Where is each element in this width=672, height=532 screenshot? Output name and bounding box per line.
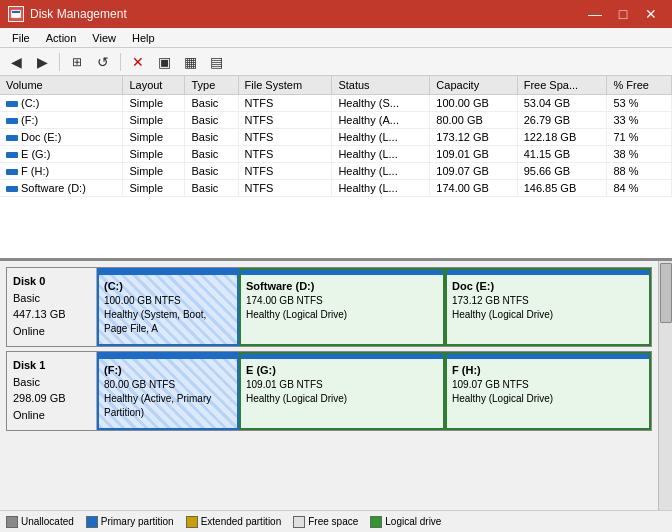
cell-volume: F (H:) [0,163,123,180]
partition-0-0[interactable]: (C:) 100.00 GB NTFS Healthy (System, Boo… [97,268,239,346]
partition-1-0[interactable]: (F:) 80.00 GB NTFS Healthy (Active, Prim… [97,352,239,430]
partition-size: 100.00 GB NTFS [104,294,232,308]
table-row[interactable]: (F:) Simple Basic NTFS Healthy (A... 80.… [0,112,672,129]
cell-fs: NTFS [238,112,332,129]
table-row[interactable]: F (H:) Simple Basic NTFS Healthy (L... 1… [0,163,672,180]
cell-fs: NTFS [238,146,332,163]
partition-desc: Healthy (System, Boot, Page File, A [104,308,232,336]
disk-status: Online [13,323,90,340]
legend-item-extended: Extended partition [186,516,282,528]
col-pct[interactable]: % Free [607,76,672,95]
toolbar-delete[interactable]: ✕ [126,51,150,73]
partition-label: Doc (E:) [452,279,644,294]
menu-view[interactable]: View [84,30,124,46]
legend-swatch [370,516,382,528]
cell-type: Basic [185,163,238,180]
partition-0-1[interactable]: Software (D:) 174.00 GB NTFS Healthy (Lo… [239,268,445,346]
menu-file[interactable]: File [4,30,38,46]
title-bar: Disk Management — □ ✕ [0,0,672,28]
partition-size: 109.01 GB NTFS [246,378,438,392]
cell-volume: (C:) [0,95,123,112]
window-title: Disk Management [30,7,582,21]
partition-content: (C:) 100.00 GB NTFS Healthy (System, Boo… [104,279,232,336]
minimize-button[interactable]: — [582,4,608,24]
toolbar-format[interactable]: ▣ [152,51,176,73]
disk-name: Disk 0 [13,273,90,290]
partition-desc: Healthy (Logical Drive) [452,308,644,322]
cell-free: 146.85 GB [517,180,607,197]
svg-rect-1 [12,11,20,13]
legend-label: Free space [308,516,358,527]
cell-layout: Simple [123,163,185,180]
cell-capacity: 109.01 GB [430,146,517,163]
partition-1-1[interactable]: E (G:) 109.01 GB NTFS Healthy (Logical D… [239,352,445,430]
partition-label: F (H:) [452,363,644,378]
col-layout[interactable]: Layout [123,76,185,95]
table-row[interactable]: (C:) Simple Basic NTFS Healthy (S... 100… [0,95,672,112]
partition-content: F (H:) 109.07 GB NTFS Healthy (Logical D… [452,363,644,406]
scrollbar-thumb[interactable] [660,263,672,323]
col-type[interactable]: Type [185,76,238,95]
menu-action[interactable]: Action [38,30,85,46]
cell-pct: 38 % [607,146,672,163]
cell-status: Healthy (S... [332,95,430,112]
cell-status: Healthy (L... [332,180,430,197]
toolbar-properties[interactable]: ⊞ [65,51,89,73]
disk-label-1: Disk 1 Basic 298.09 GB Online [7,352,97,430]
disk-graphic-area: Disk 0 Basic 447.13 GB Online (C:) 100.0… [0,261,658,510]
maximize-button[interactable]: □ [610,4,636,24]
cell-capacity: 100.00 GB [430,95,517,112]
partition-label: (F:) [104,363,232,378]
legend-swatch [86,516,98,528]
table-row[interactable]: Software (D:) Simple Basic NTFS Healthy … [0,180,672,197]
close-button[interactable]: ✕ [638,4,664,24]
cell-capacity: 109.07 GB [430,163,517,180]
disk-row-0: Disk 0 Basic 447.13 GB Online (C:) 100.0… [6,267,652,347]
legend-label: Primary partition [101,516,174,527]
cell-volume: Doc (E:) [0,129,123,146]
cell-free: 41.15 GB [517,146,607,163]
legend-swatch [6,516,18,528]
toolbar: ◀ ▶ ⊞ ↺ ✕ ▣ ▦ ▤ [0,48,672,76]
menu-bar: File Action View Help [0,28,672,48]
partition-0-2[interactable]: Doc (E:) 173.12 GB NTFS Healthy (Logical… [445,268,651,346]
disk-row-1: Disk 1 Basic 298.09 GB Online (F:) 80.00… [6,351,652,431]
cell-status: Healthy (L... [332,129,430,146]
cell-capacity: 173.12 GB [430,129,517,146]
legend-label: Logical drive [385,516,441,527]
legend-bar: Unallocated Primary partition Extended p… [0,510,672,532]
toolbar-extend[interactable]: ▦ [178,51,202,73]
toolbar-forward[interactable]: ▶ [30,51,54,73]
toolbar-sep-1 [59,53,60,71]
cell-fs: NTFS [238,163,332,180]
cell-free: 122.18 GB [517,129,607,146]
cell-status: Healthy (A... [332,112,430,129]
cell-volume: E (G:) [0,146,123,163]
table-row[interactable]: Doc (E:) Simple Basic NTFS Healthy (L...… [0,129,672,146]
cell-fs: NTFS [238,129,332,146]
disk-label-0: Disk 0 Basic 447.13 GB Online [7,268,97,346]
col-filesystem[interactable]: File System [238,76,332,95]
scrollbar[interactable] [658,261,672,510]
legend-item-free: Free space [293,516,358,528]
disk-table: Volume Layout Type File System Status Ca… [0,76,672,197]
toolbar-shrink[interactable]: ▤ [204,51,228,73]
table-header-row: Volume Layout Type File System Status Ca… [0,76,672,95]
table-row[interactable]: E (G:) Simple Basic NTFS Healthy (L... 1… [0,146,672,163]
col-capacity[interactable]: Capacity [430,76,517,95]
menu-help[interactable]: Help [124,30,163,46]
cell-pct: 71 % [607,129,672,146]
col-free[interactable]: Free Spa... [517,76,607,95]
partition-label: (C:) [104,279,232,294]
toolbar-back[interactable]: ◀ [4,51,28,73]
legend-label: Unallocated [21,516,74,527]
col-status[interactable]: Status [332,76,430,95]
col-volume[interactable]: Volume [0,76,123,95]
cell-pct: 33 % [607,112,672,129]
cell-layout: Simple [123,129,185,146]
partition-1-2[interactable]: F (H:) 109.07 GB NTFS Healthy (Logical D… [445,352,651,430]
cell-layout: Simple [123,146,185,163]
disk-table-area: Volume Layout Type File System Status Ca… [0,76,672,261]
cell-fs: NTFS [238,95,332,112]
toolbar-rescan[interactable]: ↺ [91,51,115,73]
